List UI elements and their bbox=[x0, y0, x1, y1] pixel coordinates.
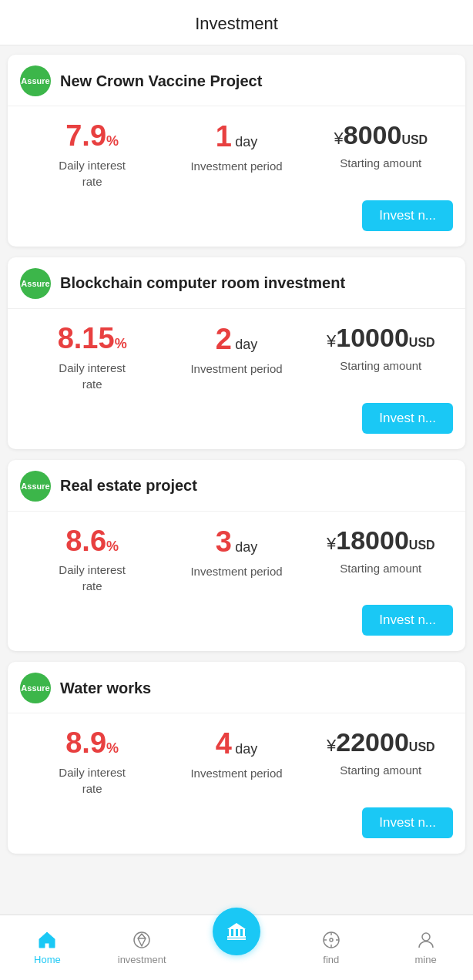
card-body-3: 8.6% Daily interestrate 3 day Investment… bbox=[8, 512, 465, 652]
amount-container-1: ¥ 8000 USD bbox=[334, 120, 428, 150]
stat-amount-label-1: Starting amount bbox=[340, 155, 421, 171]
nav-investment-label: investment bbox=[118, 954, 166, 965]
stat-amount-3: ¥ 18000 USD Starting amount bbox=[309, 525, 453, 576]
svg-rect-6 bbox=[227, 936, 246, 938]
investment-card-1: Assure New Crown Vaccine Project 7.9% Da… bbox=[8, 55, 465, 247]
stat-period-label-2: Investment period bbox=[190, 361, 282, 377]
stat-period-3: 3 day Investment period bbox=[164, 525, 308, 579]
bottom-nav: Home investment bbox=[0, 915, 473, 980]
svg-rect-1 bbox=[229, 929, 231, 936]
investment-card-2: Assure Blockchain computer room investme… bbox=[8, 257, 465, 449]
invest-now-button-3[interactable]: Invest n... bbox=[362, 605, 453, 636]
card-title-3: Real estate project bbox=[60, 477, 197, 495]
stat-period-value-2: 2 day bbox=[216, 323, 258, 356]
compass-icon bbox=[320, 929, 342, 951]
stat-amount-label-4: Starting amount bbox=[340, 762, 421, 778]
stat-interest-1: 7.9% Daily interestrate bbox=[20, 120, 164, 190]
stats-row-1: 7.9% Daily interestrate 1 day Investment… bbox=[20, 120, 453, 190]
nav-find-label: find bbox=[323, 954, 339, 965]
svg-point-14 bbox=[422, 933, 430, 941]
stat-amount-2: ¥ 10000 USD Starting amount bbox=[309, 323, 453, 374]
stat-period-label-4: Investment period bbox=[190, 765, 282, 781]
page-title: Investment bbox=[195, 14, 278, 33]
card-title-4: Water works bbox=[60, 680, 151, 697]
stat-period-2: 2 day Investment period bbox=[164, 323, 308, 377]
card-title-2: Blockchain computer room investment bbox=[60, 274, 345, 292]
svg-rect-3 bbox=[238, 929, 240, 936]
card-header-2: Assure Blockchain computer room investme… bbox=[8, 257, 465, 309]
invest-btn-row-2: Invest n... bbox=[20, 403, 453, 434]
stat-period-value-4: 4 day bbox=[216, 727, 258, 760]
stat-period-4: 4 day Investment period bbox=[164, 727, 308, 781]
amount-container-2: ¥ 10000 USD bbox=[327, 323, 435, 353]
stat-interest-label-3: Daily interestrate bbox=[59, 562, 126, 594]
stat-interest-label-1: Daily interestrate bbox=[59, 157, 126, 190]
card-header-4: Assure Water works bbox=[8, 662, 465, 713]
stat-interest-4: 8.9% Daily interestrate bbox=[20, 727, 164, 797]
amount-container-3: ¥ 18000 USD bbox=[327, 525, 435, 555]
stat-period-value-1: 1 day bbox=[216, 120, 258, 153]
investment-card-3: Assure Real estate project 8.6% Daily in… bbox=[8, 460, 465, 652]
nav-home-label: Home bbox=[34, 954, 61, 965]
stat-period-label-3: Investment period bbox=[190, 563, 282, 579]
stat-interest-value-1: 7.9% bbox=[65, 120, 119, 153]
nav-mine-label: mine bbox=[414, 954, 436, 965]
bank-icon bbox=[213, 908, 260, 955]
invest-now-button-1[interactable]: Invest n... bbox=[362, 200, 453, 231]
stat-interest-3: 8.6% Daily interestrate bbox=[20, 525, 164, 595]
svg-rect-2 bbox=[233, 929, 236, 936]
invest-now-button-2[interactable]: Invest n... bbox=[362, 403, 453, 434]
page-header: Investment bbox=[0, 0, 473, 45]
nav-center[interactable] bbox=[190, 908, 284, 958]
stat-amount-label-3: Starting amount bbox=[340, 560, 421, 576]
investment-card-4: Assure Water works 8.9% Daily interestra… bbox=[8, 662, 465, 854]
card-title-1: New Crown Vaccine Project bbox=[60, 72, 262, 90]
stat-interest-value-3: 8.6% bbox=[65, 525, 119, 558]
stat-period-1: 1 day Investment period bbox=[164, 120, 308, 174]
card-header-1: Assure New Crown Vaccine Project bbox=[8, 55, 465, 106]
svg-marker-5 bbox=[227, 923, 246, 929]
card-body-1: 7.9% Daily interestrate 1 day Investment… bbox=[8, 106, 465, 247]
stat-interest-value-2: 8.15% bbox=[58, 323, 127, 355]
nav-mine[interactable]: mine bbox=[378, 929, 473, 965]
nav-home[interactable]: Home bbox=[0, 929, 95, 965]
card-body-2: 8.15% Daily interestrate 2 day Investmen… bbox=[8, 309, 465, 449]
invest-now-button-4[interactable]: Invest n... bbox=[362, 807, 453, 838]
invest-btn-row-4: Invest n... bbox=[20, 807, 453, 838]
card-header-3: Assure Real estate project bbox=[8, 460, 465, 512]
svg-rect-4 bbox=[243, 929, 245, 936]
stat-period-value-3: 3 day bbox=[216, 525, 258, 559]
assure-badge-4: Assure bbox=[20, 673, 51, 703]
home-icon bbox=[36, 929, 58, 951]
stats-row-4: 8.9% Daily interestrate 4 day Investment… bbox=[20, 727, 453, 797]
stat-amount-label-2: Starting amount bbox=[340, 357, 421, 374]
stats-row-2: 8.15% Daily interestrate 2 day Investmen… bbox=[20, 323, 453, 392]
stat-interest-label-4: Daily interestrate bbox=[59, 764, 126, 797]
stat-interest-label-2: Daily interestrate bbox=[59, 360, 126, 392]
assure-badge-3: Assure bbox=[20, 471, 51, 502]
assure-badge-2: Assure bbox=[20, 268, 51, 299]
stat-amount-4: ¥ 22000 USD Starting amount bbox=[309, 727, 453, 778]
invest-btn-row-1: Invest n... bbox=[20, 200, 453, 231]
nav-investment[interactable]: investment bbox=[95, 929, 190, 965]
svg-point-9 bbox=[330, 938, 333, 941]
invest-btn-row-3: Invest n... bbox=[20, 605, 453, 636]
nav-find[interactable]: find bbox=[283, 929, 378, 965]
diamond-icon bbox=[131, 929, 153, 951]
stat-amount-1: ¥ 8000 USD Starting amount bbox=[309, 120, 453, 171]
person-icon bbox=[415, 929, 437, 951]
stat-period-label-1: Investment period bbox=[190, 158, 282, 174]
main-content: Assure New Crown Vaccine Project 7.9% Da… bbox=[0, 45, 473, 931]
amount-container-4: ¥ 22000 USD bbox=[327, 727, 435, 757]
stat-interest-value-4: 8.9% bbox=[65, 727, 119, 760]
svg-rect-7 bbox=[227, 938, 246, 940]
assure-badge-1: Assure bbox=[20, 65, 51, 96]
stats-row-3: 8.6% Daily interestrate 3 day Investment… bbox=[20, 525, 453, 595]
card-body-4: 8.9% Daily interestrate 4 day Investment… bbox=[8, 713, 465, 854]
stat-interest-2: 8.15% Daily interestrate bbox=[20, 323, 164, 392]
